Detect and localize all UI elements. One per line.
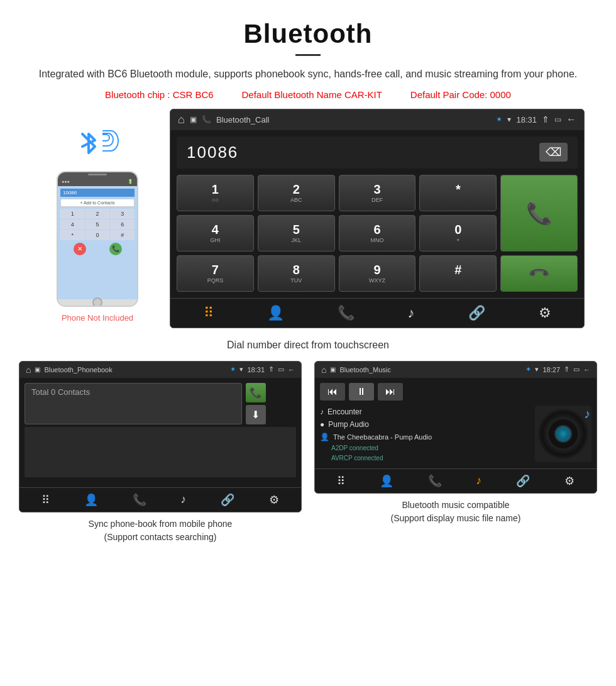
music-track-list: ♪ Encounter ● Pump Audio 👤 Th	[320, 406, 530, 463]
bottom-section: ⌂ ▣ Bluetooth_Phonebook ✶ ▾ 18:31 ⇑ ▭ ←	[13, 361, 603, 544]
music-icon[interactable]: ♪	[408, 305, 415, 321]
music-contacts-icon[interactable]: 👤	[380, 474, 393, 488]
track-2: ● Pump Audio	[320, 418, 530, 431]
phone-key-5[interactable]: 5	[85, 219, 110, 230]
music-play-button[interactable]: ⏸	[349, 383, 374, 401]
music-settings-icon[interactable]: ⚙	[564, 474, 575, 488]
track1-name: Encounter	[327, 407, 362, 416]
bt-signal-waves	[102, 134, 119, 152]
phonebook-call-button[interactable]: 📞	[246, 383, 266, 402]
key-9[interactable]: 9 WXYZ	[339, 255, 416, 292]
music-main-content: ⏮ ⏸ ⏭ ♪ Encounter	[315, 378, 597, 468]
sd-icon: ▣	[190, 115, 197, 124]
music-keypad-icon[interactable]: ⠿	[337, 474, 345, 488]
phone-screen: 10086 + Add to Contacts 1 2 3 4 5 6 * 0 …	[58, 186, 137, 299]
contact-search-field[interactable]: Total 0 Contacts	[25, 383, 242, 424]
backspace-button[interactable]: ⌫	[539, 143, 568, 162]
statusbar-right: ✶ ▾ 18:31 ⇑ ▭ ←	[496, 114, 576, 125]
phone-key-hash[interactable]: #	[110, 230, 135, 240]
pb-home-icon[interactable]: ⌂	[26, 365, 31, 375]
phone-home-button[interactable]	[92, 297, 102, 307]
phone-key-3[interactable]: 3	[110, 209, 135, 219]
dial-display: 10086 ⌫	[177, 136, 578, 169]
wave-large	[102, 130, 119, 152]
music-music-icon[interactable]: ♪	[476, 474, 481, 487]
pb-back[interactable]: ←	[288, 366, 295, 373]
phone-add-contact[interactable]: + Add to Contacts	[60, 199, 135, 207]
pb-contacts-icon[interactable]: 👤	[84, 493, 98, 507]
back-icon[interactable]: ←	[566, 114, 576, 125]
pb-window[interactable]: ▭	[278, 365, 284, 373]
phone-bottom-buttons: ✕ 📞	[60, 240, 135, 258]
music-sd-icon: ▣	[330, 366, 336, 373]
track-1: ♪ Encounter	[320, 406, 530, 418]
music-expand[interactable]: ⇑	[564, 365, 569, 373]
pb-call-icon[interactable]: 📞	[133, 493, 146, 507]
phonebook-caption-line2: (Support contacts searching)	[104, 532, 217, 542]
music-call-icon[interactable]: 📞	[428, 474, 442, 488]
pb-settings-icon[interactable]: ⚙	[269, 493, 279, 507]
pb-keypad-icon[interactable]: ⠿	[41, 493, 50, 507]
contacts-icon[interactable]: 👤	[267, 305, 284, 321]
pb-link-icon[interactable]: 🔗	[221, 493, 234, 507]
link-icon[interactable]: 🔗	[468, 305, 485, 321]
hangup-button[interactable]: 📞	[500, 255, 578, 292]
phone-call-btn[interactable]: 📞	[109, 243, 122, 255]
key-star[interactable]: *	[419, 175, 497, 211]
music-bt-icon: ✶	[525, 365, 531, 373]
key-5[interactable]: 5 JKL	[258, 215, 335, 252]
dial-caption: Dial number direct from touchscreen	[227, 340, 389, 351]
music-window[interactable]: ▭	[573, 365, 580, 373]
music-caption-line1: Bluetooth music compatible	[402, 500, 509, 510]
car-dial-screen: ⌂ ▣ 📞 Bluetooth_Call ✶ ▾ 18:31 ⇑ ▭ ←	[170, 109, 585, 328]
phone-key-star[interactable]: *	[60, 230, 85, 240]
music-signal: ▾	[535, 365, 539, 373]
call-button[interactable]: 📞	[500, 175, 578, 252]
pb-title: Bluetooth_Phonebook	[44, 366, 112, 373]
key-8[interactable]: 8 TUV	[258, 255, 335, 292]
music-next-button[interactable]: ⏭	[378, 383, 403, 401]
phone-end-call-btn[interactable]: ✕	[74, 243, 86, 255]
key-1[interactable]: 1 ○○	[177, 175, 254, 211]
album-art: ♪	[535, 406, 591, 462]
pb-statusbar-left: ⌂ ▣ Bluetooth_Phonebook	[26, 365, 113, 375]
music-home-icon[interactable]: ⌂	[321, 365, 326, 375]
phone-key-4[interactable]: 4	[60, 219, 85, 230]
home-icon[interactable]: ⌂	[178, 113, 185, 126]
music-prev-button[interactable]: ⏮	[320, 383, 345, 401]
keypad-icon[interactable]: ⠿	[204, 305, 214, 321]
pb-expand[interactable]: ⇑	[268, 365, 274, 373]
phonebook-download-button[interactable]: ⬇	[246, 405, 266, 424]
spec-chip: Bluetooth chip : CSR BC6	[105, 89, 214, 100]
dial-screen-container: ⌂ ▣ 📞 Bluetooth_Call ✶ ▾ 18:31 ⇑ ▭ ←	[170, 109, 585, 328]
music-link-icon[interactable]: 🔗	[516, 474, 530, 488]
expand-icon[interactable]: ⇑	[542, 114, 549, 124]
call-log-icon[interactable]: 📞	[338, 305, 355, 321]
key-0[interactable]: 0 +	[419, 215, 497, 252]
window-icon[interactable]: ▭	[554, 115, 561, 124]
phone-bottom-bar	[58, 299, 137, 306]
key-4[interactable]: 4 GHI	[177, 215, 254, 252]
pb-signal: ▾	[239, 365, 243, 373]
key-3[interactable]: 3 DEF	[339, 175, 416, 211]
track2-icon: ●	[320, 420, 324, 429]
settings-icon[interactable]: ⚙	[539, 305, 551, 321]
music-note-icon: ♪	[584, 407, 590, 421]
phonebook-top-row: Total 0 Contacts 📞 ⬇	[25, 383, 296, 424]
phone-key-0[interactable]: 0	[85, 230, 110, 240]
key-2[interactable]: 2 ABC	[258, 175, 335, 211]
track-3: 👤 The Cheebacabra - Pump Audio	[320, 431, 530, 443]
phone-key-2[interactable]: 2	[85, 209, 110, 219]
phone-key-1[interactable]: 1	[60, 209, 85, 219]
statusbar-title: Bluetooth_Call	[216, 115, 270, 124]
phone-key-6[interactable]: 6	[110, 219, 135, 230]
key-hash[interactable]: #	[419, 255, 497, 292]
key-6[interactable]: 6 MNO	[339, 215, 416, 252]
music-statusbar-left: ⌂ ▣ Bluetooth_Music	[321, 365, 391, 375]
phone-number-display: 10086	[63, 190, 77, 196]
music-back[interactable]: ←	[583, 366, 590, 373]
page-description: Integrated with BC6 Bluetooth module, su…	[38, 66, 578, 82]
pb-music-icon[interactable]: ♪	[180, 493, 186, 506]
phonebook-content: Total 0 Contacts 📞 ⬇	[19, 378, 301, 487]
key-7[interactable]: 7 PQRS	[177, 255, 254, 292]
